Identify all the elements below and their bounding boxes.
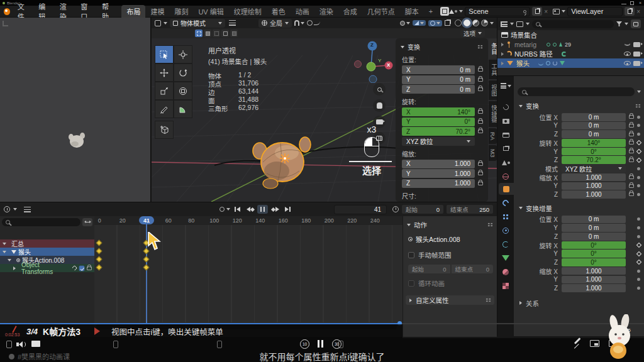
addon-icon[interactable] xyxy=(440,7,449,16)
filter-chevron-icon[interactable] xyxy=(625,23,628,25)
secondary-viewport[interactable] xyxy=(0,18,151,202)
shading-wireframe-icon[interactable] xyxy=(455,19,462,26)
lock-icon[interactable] xyxy=(629,192,634,196)
animate-marker-icon[interactable] xyxy=(637,116,640,119)
select-subtract-icon[interactable] xyxy=(213,30,220,37)
tab-texture[interactable] xyxy=(498,280,513,292)
editor-type-icon[interactable] xyxy=(155,20,161,26)
transform-section-header[interactable]: 变换 xyxy=(519,101,641,111)
scene-unlink-icon[interactable]: × xyxy=(544,8,548,15)
tab-object-data[interactable] xyxy=(498,252,513,264)
lock-icon[interactable] xyxy=(629,133,634,136)
tab-constraints[interactable] xyxy=(498,238,513,250)
device-icon[interactable] xyxy=(113,341,118,348)
tool-measure[interactable] xyxy=(174,100,192,118)
workspace-tab[interactable]: 脚本 xyxy=(400,5,424,18)
lock-icon[interactable] xyxy=(478,78,483,82)
add-workspace-button[interactable]: + xyxy=(424,6,438,16)
tool-rotate[interactable] xyxy=(174,63,192,82)
hide-eye-icon[interactable] xyxy=(624,52,631,56)
outliner-row-metarig[interactable]: metarig 29 xyxy=(497,40,644,49)
key-region[interactable]: 0206080100120140160180200220240 41 xyxy=(94,216,402,337)
select-intersect-icon[interactable] xyxy=(230,30,238,37)
animate-marker-icon[interactable] xyxy=(637,176,640,179)
navigation-gizmo[interactable]: Z Y X xyxy=(352,39,396,83)
value-slider[interactable]: 140° xyxy=(562,139,626,147)
n-panel-tab[interactable]: 条目 xyxy=(489,39,497,58)
channel-enable-checkbox[interactable] xyxy=(79,265,85,271)
playlist-icon[interactable] xyxy=(6,341,12,348)
disable-render-icon[interactable] xyxy=(633,52,640,57)
lock-icon[interactable] xyxy=(478,129,483,133)
channel-lock-icon[interactable] xyxy=(87,266,92,270)
animate-marker-icon[interactable] xyxy=(637,193,640,196)
timeline-editor-chevron-icon[interactable] xyxy=(13,208,17,211)
animate-marker-icon[interactable] xyxy=(637,270,640,273)
tab-output[interactable] xyxy=(498,129,513,141)
expand-arrow-icon[interactable] xyxy=(501,52,504,56)
value-slider[interactable]: Y0° xyxy=(402,118,475,126)
value-slider[interactable]: Z70.2° xyxy=(402,127,475,136)
tool-add-primitive[interactable] xyxy=(155,121,174,139)
animate-marker-icon[interactable] xyxy=(637,278,640,281)
custom-properties-header[interactable]: 自定义属性 xyxy=(406,295,494,305)
value-slider[interactable]: 0° xyxy=(562,241,626,250)
zoom-icon[interactable] xyxy=(373,83,386,96)
value-slider[interactable]: 0 m xyxy=(562,216,626,224)
value-slider[interactable]: 1.000 xyxy=(562,173,626,182)
value-slider[interactable]: 0 m xyxy=(562,130,626,138)
animate-marker-icon[interactable] xyxy=(637,133,640,136)
keying-chevron-icon[interactable] xyxy=(226,208,230,211)
workspace-tab[interactable]: 渲染 xyxy=(314,5,338,18)
rotation-mode-dropdown[interactable]: XYZ 欧拉 xyxy=(402,137,475,146)
jump-to-start-button[interactable] xyxy=(232,205,243,214)
mode-dropdown[interactable]: 物体模式 xyxy=(170,19,225,28)
value-slider[interactable]: Z0 m xyxy=(402,85,475,94)
frame-start-field[interactable]: 起始0 xyxy=(402,205,443,214)
action-start-field[interactable]: 起始0 xyxy=(408,265,450,273)
timeline-editor-type-icon[interactable] xyxy=(4,206,10,212)
frame-end-field[interactable]: 结束点250 xyxy=(447,205,493,214)
animate-marker-icon[interactable] xyxy=(636,149,641,154)
transform-panel-header[interactable]: 变换 xyxy=(401,42,488,52)
n-panel-tab[interactable]: 视图 xyxy=(489,80,497,100)
value-slider[interactable]: 70.2° xyxy=(562,156,626,164)
viewlayer-remove-icon[interactable]: × xyxy=(636,8,640,15)
editor-corner-icon[interactable] xyxy=(3,21,8,26)
pivot-point-dropdown[interactable] xyxy=(400,21,410,26)
timeline-ruler[interactable]: 0206080100120140160180200220240 xyxy=(94,217,387,224)
section-options-icon[interactable] xyxy=(635,104,641,108)
animate-marker-icon[interactable] xyxy=(636,157,641,162)
tab-scene[interactable] xyxy=(498,156,513,168)
forward-30-button[interactable]: 30 xyxy=(332,339,341,349)
delta-transform-section-header[interactable]: 变换增量 xyxy=(519,204,641,213)
value-slider[interactable]: 1.000 xyxy=(562,276,626,284)
viewlayer-browse-chevron-icon[interactable] xyxy=(562,10,565,13)
animate-marker-icon[interactable] xyxy=(637,184,640,187)
workspace-tab[interactable]: 合成 xyxy=(338,5,362,18)
lock-icon[interactable] xyxy=(478,182,483,185)
workspace-tab[interactable]: 雕刻 xyxy=(169,5,193,18)
outliner-row-nurbs-path[interactable]: NURBS 路径 xyxy=(497,49,644,58)
panel-options-icon[interactable] xyxy=(486,298,491,302)
tab-tool[interactable] xyxy=(498,101,513,113)
workspace-tab[interactable]: UV 编辑 xyxy=(193,5,228,18)
relations-section-header[interactable]: 关系 xyxy=(519,299,641,308)
tab-modifiers[interactable] xyxy=(498,197,513,209)
lock-icon[interactable] xyxy=(629,150,634,153)
n-panel-tab[interactable]: 快捷键 xyxy=(489,101,497,127)
shading-rendered-icon[interactable] xyxy=(481,19,488,26)
value-slider[interactable]: 1.000 xyxy=(562,284,626,292)
manual-range-checkbox[interactable] xyxy=(408,252,414,258)
action-end-field[interactable]: 结束点0 xyxy=(452,265,494,273)
distant-monkey-object[interactable] xyxy=(66,131,87,150)
workspace-tab[interactable]: 建模 xyxy=(145,5,169,18)
animate-marker-icon[interactable] xyxy=(637,167,640,170)
pan-hand-icon[interactable] xyxy=(373,99,386,112)
animate-marker-icon[interactable] xyxy=(637,235,640,238)
viewport-menu-icon[interactable] xyxy=(229,20,236,26)
lock-icon[interactable] xyxy=(629,175,634,179)
filter-toggle-icon[interactable] xyxy=(82,218,92,226)
properties-filter-chevron-icon[interactable] xyxy=(637,90,641,93)
cyclic-row[interactable]: 循环动画 xyxy=(408,278,493,288)
